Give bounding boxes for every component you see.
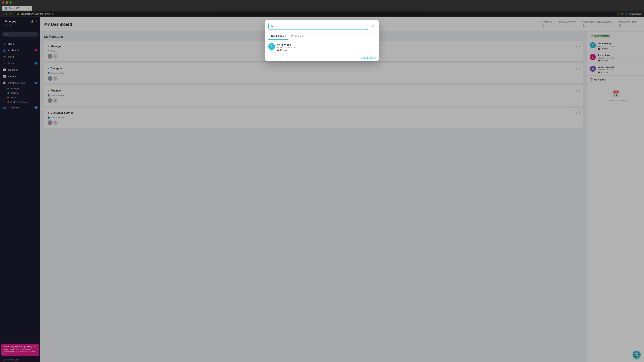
result-role: 💼 Manager [277,49,376,51]
result-added-by: Added by Lauren Deli [277,46,376,49]
modal-footer: Expand Results [265,55,379,61]
search-modal-overlay[interactable]: ✕ Candidates 1 Positions 0 C Chris Wong … [0,0,644,362]
modal-close-button[interactable]: ✕ [370,24,376,29]
search-modal: ✕ Candidates 1 Positions 0 C Chris Wong … [265,20,379,61]
modal-results: C Chris Wong Added by Lauren Deli 💼 Mana… [265,40,379,55]
result-info: Chris Wong Added by Lauren Deli 💼 Manage… [277,43,376,51]
modal-search-bar: ✕ [265,20,379,33]
tab-label: Candidates [271,35,284,37]
modal-search-input[interactable] [268,23,368,30]
modal-result-item[interactable]: C Chris Wong Added by Lauren Deli 💼 Mana… [265,41,379,53]
modal-tab-candidates[interactable]: Candidates 1 [268,33,288,40]
result-role-text: Manager [280,49,288,51]
tab-label: Positions [291,35,301,37]
briefcase-result-icon: 💼 [277,49,280,51]
result-avatar: C [268,43,275,50]
positions-tab-count: 0 [302,35,303,37]
modal-tabs: Candidates 1 Positions 0 [265,33,379,40]
result-name: Chris Wong [277,43,376,46]
expand-results-link[interactable]: Expand Results [360,57,376,59]
candidates-tab-count: 1 [284,35,286,37]
modal-tab-positions[interactable]: Positions 0 [288,33,306,40]
